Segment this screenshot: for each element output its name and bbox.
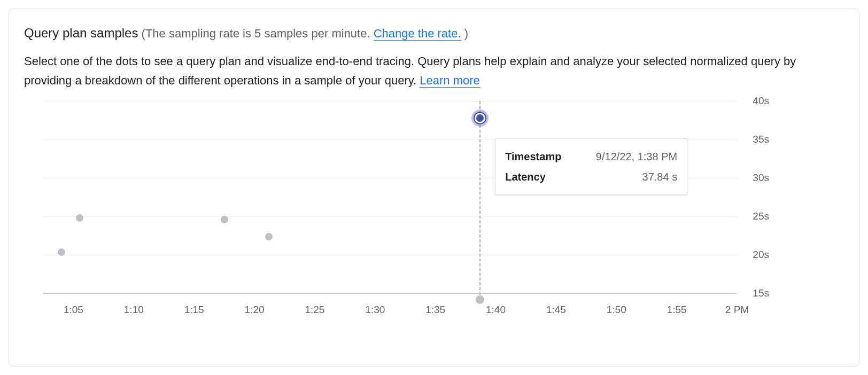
y-axis-label: 30s	[753, 172, 769, 184]
gridline	[43, 255, 737, 255]
tooltip-timestamp-label: Timestamp	[505, 146, 580, 167]
x-axis-label: 1:40	[486, 304, 506, 316]
x-axis-label: 1:45	[546, 304, 566, 316]
sample-dot[interactable]	[58, 248, 65, 256]
query-plan-samples-card: Query plan samples (The sampling rate is…	[9, 9, 859, 366]
tooltip-latency-label: Latency	[505, 167, 580, 187]
scatter-chart[interactable]: 15s20s25s30s35s40s1:051:101:151:201:251:…	[24, 101, 844, 325]
x-axis-label: 1:20	[245, 304, 265, 316]
x-axis-label: 1:10	[124, 304, 144, 316]
card-header: Query plan samples (The sampling rate is…	[24, 24, 844, 42]
card-title: Query plan samples	[24, 26, 138, 40]
y-axis-label: 35s	[753, 134, 769, 145]
y-axis-label: 40s	[753, 95, 769, 107]
x-axis-label: 1:05	[64, 304, 83, 316]
hover-line-foot-dot	[476, 295, 484, 304]
tooltip-timestamp-value: 9/12/22, 1:38 PM	[595, 146, 677, 167]
x-axis-label: 1:50	[607, 304, 626, 316]
sample-dot[interactable]	[76, 214, 83, 222]
sampling-rate-text: (The sampling rate is 5 samples per minu…	[142, 27, 374, 40]
y-axis-label: 25s	[753, 210, 769, 222]
sample-dot[interactable]	[265, 233, 273, 240]
x-axis-label: 1:15	[184, 304, 204, 316]
y-axis-label: 20s	[753, 249, 769, 261]
x-axis-label: 2 PM	[725, 304, 749, 316]
hover-vertical-line	[479, 101, 481, 300]
x-axis-label: 1:55	[667, 304, 687, 316]
gridline	[43, 216, 737, 217]
sampling-rate-note: (The sampling rate is 5 samples per minu…	[142, 27, 468, 41]
sampling-rate-suffix: )	[461, 27, 468, 40]
y-axis-label: 15s	[753, 287, 769, 299]
x-axis-label: 1:25	[305, 304, 324, 316]
x-axis-label: 1:35	[425, 304, 445, 316]
card-description: Select one of the dots to see a query pl…	[24, 52, 836, 91]
sample-dot-selected[interactable]	[474, 112, 486, 124]
x-axis-label: 1:30	[365, 304, 385, 316]
tooltip-latency-value: 37.84 s	[595, 167, 677, 187]
plot-area[interactable]: 15s20s25s30s35s40s1:051:101:151:201:251:…	[43, 101, 737, 293]
gridline	[43, 293, 737, 294]
description-text: Select one of the dots to see a query pl…	[24, 54, 796, 87]
learn-more-link[interactable]: Learn more	[420, 74, 480, 88]
gridline	[43, 101, 737, 101]
sample-dot[interactable]	[221, 216, 228, 223]
tooltip: Timestamp9/12/22, 1:38 PMLatency37.84 s	[495, 138, 687, 195]
change-rate-link[interactable]: Change the rate.	[374, 27, 461, 41]
